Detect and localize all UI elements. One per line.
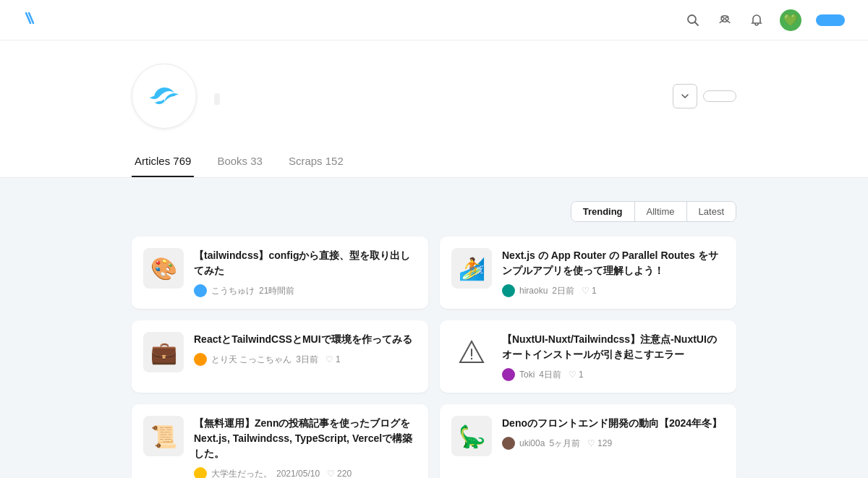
article-thumbnail: 🏄 (451, 248, 492, 289)
section-header: Trending Alltime Latest (132, 201, 736, 222)
notification-icon[interactable] (748, 12, 765, 29)
like-count: ♡1 (582, 286, 597, 296)
article-meta: とり天 こっこちゃん 3日前 ♡1 (194, 353, 417, 366)
article-meta: hiraoku 2日前 ♡1 (502, 284, 725, 297)
article-title: ReactとTailwindCSSとMUIで環境を作ってみる (194, 332, 417, 347)
logo[interactable] (23, 10, 684, 30)
article-card[interactable]: 🏄 Next.js の App Router の Parallel Routes… (440, 236, 736, 309)
author-avatar (502, 284, 515, 297)
svg-point-4 (721, 17, 724, 20)
tab-scraps-label: Scraps 152 (289, 155, 344, 167)
article-body: 【無料運用】Zennの投稿記事を使ったブログをNext.js, Tailwind… (194, 416, 417, 478)
article-title: 【NuxtUI-Nuxt/Tailwindcss】注意点-NuxtUIのオートイ… (502, 332, 725, 362)
article-thumbnail: 🎨 (143, 248, 184, 289)
like-count: ♡1 (569, 370, 584, 380)
tab-articles[interactable]: Articles 769 (132, 146, 194, 177)
author-name: uki00a (519, 438, 545, 448)
heart-icon: ♡ (327, 469, 335, 478)
article-body: Denoのフロントエンド開発の動向【2024年冬】 uki00a 5ヶ月前 ♡1… (502, 416, 725, 450)
tab-scraps[interactable]: Scraps 152 (286, 146, 346, 177)
svg-point-5 (726, 17, 728, 20)
article-meta: uki00a 5ヶ月前 ♡129 (502, 437, 725, 450)
author-avatar (502, 437, 515, 450)
like-count: ♡220 (327, 469, 352, 478)
author-name: hiraoku (519, 286, 548, 296)
author-avatar (194, 284, 207, 297)
article-body: 【NuxtUI-Nuxt/Tailwindcss】注意点-NuxtUIのオートイ… (502, 332, 725, 381)
svg-point-7 (471, 358, 472, 359)
user-avatar[interactable]: 💚 (780, 9, 801, 31)
header-actions: 💚 (684, 9, 845, 31)
filter-trending[interactable]: Trending (571, 202, 635, 221)
post-button[interactable] (816, 14, 845, 26)
search-icon[interactable] (684, 12, 702, 29)
article-time: 21時間前 (259, 285, 294, 297)
heart-icon: ♡ (582, 286, 590, 296)
article-card[interactable]: 【NuxtUI-Nuxt/Tailwindcss】注意点-NuxtUIのオートイ… (440, 320, 736, 393)
follow-button[interactable] (703, 90, 736, 102)
tab-articles-label: Articles 769 (135, 155, 191, 167)
article-title: Next.js の App Router の Parallel Routes を… (502, 248, 725, 278)
tailwind-logo-svg (144, 76, 184, 116)
filter-alltime[interactable]: Alltime (635, 202, 687, 221)
header: 💚 (0, 0, 868, 40)
svg-line-3 (695, 22, 699, 25)
heart-icon: ♡ (587, 438, 595, 448)
topic-logo (132, 64, 197, 129)
github-icon[interactable] (716, 12, 733, 29)
article-card[interactable]: 🎨 【tailwindcss】configから直接、型を取り出してみた こうちゅ… (132, 236, 428, 309)
author-avatar (194, 467, 207, 478)
article-thumbnail: 📜 (143, 416, 184, 456)
tab-books-label: Books 33 (217, 155, 263, 167)
author-name: 大学生だった。 (211, 468, 272, 479)
topic-description (214, 93, 655, 104)
author-avatar (194, 353, 207, 366)
article-thumbnail: 💼 (143, 332, 184, 372)
filter-latest[interactable]: Latest (687, 202, 736, 221)
topic-header: Articles 769 Books 33 Scraps 152 (0, 40, 868, 178)
like-count: ♡129 (587, 438, 612, 448)
article-title: 【無料運用】Zennの投稿記事を使ったブログをNext.js, Tailwind… (194, 416, 417, 461)
heart-icon: ♡ (326, 354, 333, 364)
article-title: 【tailwindcss】configから直接、型を取り出してみた (194, 248, 417, 278)
article-body: 【tailwindcss】configから直接、型を取り出してみた こうちゅけ … (194, 248, 417, 297)
chevron-down-button[interactable] (673, 84, 697, 108)
tab-books[interactable]: Books 33 (214, 146, 265, 177)
logo-icon (23, 10, 39, 30)
topic-info (132, 64, 736, 129)
filter-buttons: Trending Alltime Latest (571, 201, 736, 222)
topic-text (214, 89, 655, 104)
article-card[interactable]: 💼 ReactとTailwindCSSとMUIで環境を作ってみる とり天 こっこ… (132, 320, 428, 393)
topic-actions (673, 84, 736, 108)
article-meta: こうちゅけ 21時間前 (194, 284, 417, 297)
article-title: Denoのフロントエンド開発の動向【2024年冬】 (502, 416, 725, 431)
author-name: こうちゅけ (211, 285, 255, 297)
heart-icon: ♡ (569, 370, 576, 380)
like-count: ♡1 (326, 354, 341, 364)
main-content: Trending Alltime Latest 🎨 【tailwindcss】c… (109, 201, 760, 478)
article-time: 4日前 (539, 369, 561, 381)
article-time: 3日前 (296, 354, 318, 366)
article-meta: 大学生だった。 2021/05/10 ♡220 (194, 467, 417, 478)
article-card[interactable]: 🦕 Denoのフロントエンド開発の動向【2024年冬】 uki00a 5ヶ月前 … (440, 404, 736, 478)
author-name: とり天 こっこちゃん (211, 354, 292, 366)
author-avatar (502, 368, 515, 381)
article-thumbnail: 🦕 (451, 416, 492, 456)
author-name: Toki (519, 370, 535, 380)
articles-grid: 🎨 【tailwindcss】configから直接、型を取り出してみた こうちゅ… (132, 236, 736, 478)
article-time: 2021/05/10 (276, 469, 320, 478)
article-meta: Toki 4日前 ♡1 (502, 368, 725, 381)
article-body: ReactとTailwindCSSとMUIで環境を作ってみる とり天 こっこちゃ… (194, 332, 417, 366)
article-time: 5ヶ月前 (549, 438, 580, 450)
warning-icon (451, 332, 492, 372)
article-card[interactable]: 📜 【無料運用】Zennの投稿記事を使ったブログをNext.js, Tailwi… (132, 404, 428, 478)
article-body: Next.js の App Router の Parallel Routes を… (502, 248, 725, 297)
topic-tabs: Articles 769 Books 33 Scraps 152 (132, 146, 736, 177)
article-time: 2日前 (552, 285, 574, 297)
